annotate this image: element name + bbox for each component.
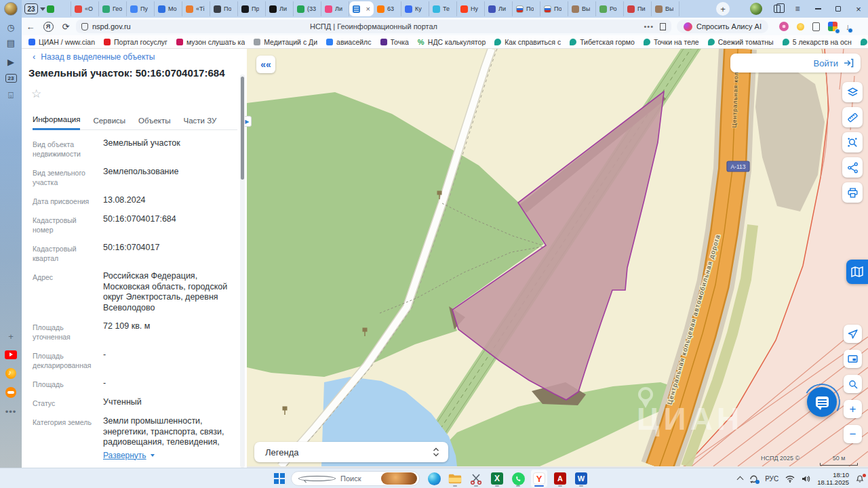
volume-icon[interactable] bbox=[802, 475, 810, 483]
notification-icon[interactable] bbox=[856, 474, 864, 483]
back-button[interactable]: ← bbox=[22, 22, 39, 32]
browser-tab[interactable]: По bbox=[540, 1, 568, 16]
minimize-button[interactable] bbox=[808, 0, 827, 18]
bookmark-item[interactable]: 5 лекарств на осн bbox=[783, 38, 852, 46]
bookmark-item[interactable]: Точечный bbox=[861, 38, 868, 46]
panel-scrollbar[interactable] bbox=[240, 75, 245, 468]
start-button[interactable] bbox=[274, 473, 285, 484]
browser-tab-active[interactable]: × bbox=[349, 1, 374, 16]
acrobat-taskbar-icon[interactable]: A bbox=[552, 470, 568, 487]
panel-tab-Части ЗУ[interactable]: Части ЗУ bbox=[184, 117, 217, 129]
bookmark-item[interactable]: %НДС калькулятор bbox=[418, 38, 486, 46]
map-assistant-button[interactable] bbox=[846, 260, 868, 284]
chat-assistant-fab[interactable] bbox=[807, 387, 837, 417]
browser-tab[interactable]: Мо bbox=[155, 1, 182, 16]
browser-tab[interactable]: Вы bbox=[652, 1, 679, 16]
tab-close-icon[interactable]: × bbox=[366, 5, 370, 13]
print-button[interactable] bbox=[842, 182, 863, 203]
browser-tab[interactable]: По bbox=[210, 1, 238, 16]
wifi-icon[interactable] bbox=[785, 475, 795, 483]
browser-tab[interactable]: Вы bbox=[568, 1, 596, 16]
bookmark-item[interactable]: Портал госуслуг bbox=[104, 38, 167, 46]
copy-tabs-icon[interactable] bbox=[768, 0, 787, 18]
browser-tab[interactable]: Ли bbox=[321, 1, 349, 16]
excel-taskbar-icon[interactable]: X bbox=[489, 470, 505, 487]
browser-tab[interactable]: Ку bbox=[401, 1, 429, 16]
back-to-selected-link[interactable]: ‹ Назад в выделенные объекты bbox=[33, 52, 155, 62]
panel-collapse-button[interactable]: «« bbox=[256, 56, 275, 73]
tray-overflow-icon[interactable] bbox=[737, 476, 744, 483]
map-canvas[interactable]: Центральная кольцевая автомобильная доро… bbox=[247, 49, 868, 468]
ask-alice-button[interactable]: Спросить Алису AI bbox=[677, 20, 768, 33]
close-button[interactable]: × bbox=[849, 0, 868, 18]
edge-taskbar-icon[interactable] bbox=[426, 470, 442, 487]
share-button[interactable] bbox=[842, 157, 863, 178]
bookmark-item[interactable]: Свежий томатны bbox=[708, 38, 774, 46]
bookmark-item[interactable]: Медитаций с Ди bbox=[254, 38, 317, 46]
scrollbar-thumb[interactable] bbox=[241, 77, 244, 180]
browser-tab[interactable]: По bbox=[513, 1, 540, 16]
bookmark-item[interactable]: ЦИАН / www.cian bbox=[28, 38, 95, 46]
menu-icon[interactable]: ≡ bbox=[788, 0, 807, 18]
bookmark-item[interactable]: Точки на теле bbox=[644, 38, 699, 46]
expand-link[interactable]: Развернуть bbox=[103, 451, 155, 462]
browser-tab[interactable]: «Ті bbox=[182, 1, 210, 16]
extension-clipboard-icon[interactable] bbox=[812, 22, 820, 31]
restore-button[interactable] bbox=[829, 0, 848, 18]
zoom-search-button[interactable] bbox=[844, 375, 862, 393]
bookmark-item[interactable]: Точка bbox=[380, 38, 409, 46]
yandex-taskbar-icon[interactable]: Y bbox=[531, 470, 547, 487]
extension-sun-icon[interactable] bbox=[797, 23, 804, 30]
more-icon[interactable]: ••• bbox=[644, 22, 654, 30]
layers-button[interactable] bbox=[842, 82, 863, 102]
extension-grid-icon[interactable] bbox=[828, 22, 837, 31]
clock[interactable]: 18:1018.11.2025 bbox=[817, 471, 849, 486]
legend-dropdown[interactable]: Легенда bbox=[254, 442, 448, 462]
area-search-button[interactable] bbox=[842, 132, 863, 152]
language-indicator[interactable]: РУС bbox=[765, 475, 778, 483]
bookmark-item[interactable]: Как справиться с bbox=[494, 38, 561, 46]
downloads-icon[interactable]: ↓ bbox=[846, 22, 850, 32]
browser-tab[interactable]: Гео bbox=[99, 1, 127, 16]
browser-tab[interactable]: «О bbox=[71, 1, 99, 16]
snip-taskbar-icon[interactable] bbox=[468, 470, 484, 487]
profile-avatar[interactable] bbox=[750, 3, 762, 15]
sidebar-panels-icon[interactable]: ▤ bbox=[0, 35, 22, 50]
panel-tab-Информация[interactable]: Информация bbox=[33, 115, 80, 130]
extension-flower-icon[interactable] bbox=[779, 22, 789, 31]
play-circle-icon[interactable]: ▶ bbox=[0, 54, 22, 69]
new-tab-button[interactable]: + bbox=[716, 2, 730, 16]
browser-tab[interactable]: Пи bbox=[624, 1, 652, 16]
rail-add-icon[interactable]: + bbox=[0, 329, 22, 344]
youtube-icon[interactable] bbox=[0, 347, 22, 362]
browser-tab[interactable]: Ну bbox=[457, 1, 485, 16]
browser-tab[interactable]: Пу bbox=[127, 1, 155, 16]
yandex-food-icon[interactable] bbox=[0, 385, 22, 400]
reload-button[interactable]: ⟳ bbox=[57, 22, 75, 32]
panel-tab-Сервисы[interactable]: Сервисы bbox=[93, 117, 125, 129]
site-security-icon[interactable] bbox=[81, 23, 88, 30]
yandex-search-icon[interactable]: Я bbox=[39, 22, 57, 32]
address-bar[interactable]: nspd.gov.ru НСПД | Геоинформационный пор… bbox=[76, 20, 671, 33]
browser-tab[interactable]: Ро bbox=[596, 1, 624, 16]
word-taskbar-icon[interactable]: W bbox=[573, 470, 589, 487]
tab-counter[interactable]: 23 bbox=[24, 2, 45, 16]
sync-icon[interactable] bbox=[749, 474, 758, 483]
explorer-taskbar-icon[interactable] bbox=[447, 470, 463, 487]
yandex-music-icon[interactable] bbox=[0, 366, 22, 381]
bookmark-item[interactable]: авиасейлс bbox=[326, 38, 371, 46]
browser-tab[interactable] bbox=[43, 1, 71, 16]
bookmark-item[interactable]: музон слушать ка bbox=[176, 38, 245, 46]
rail-tab-counter[interactable]: 23 bbox=[0, 70, 22, 85]
history-icon[interactable]: ◷ bbox=[0, 20, 22, 35]
whatsapp-taskbar-icon[interactable] bbox=[510, 470, 526, 487]
screenshot-camera-icon[interactable]: ⌻ bbox=[0, 88, 22, 103]
panel-tab-Объекты[interactable]: Объекты bbox=[138, 117, 170, 129]
zoom-in-button[interactable]: + bbox=[844, 400, 862, 418]
zoom-out-button[interactable]: − bbox=[844, 425, 862, 443]
ruler-button[interactable] bbox=[842, 107, 863, 127]
bookmark-item[interactable]: Тибетская гормо bbox=[570, 38, 635, 46]
browser-tab[interactable]: 63 bbox=[374, 1, 401, 16]
browser-tab[interactable]: Ли bbox=[485, 1, 513, 16]
rail-more-icon[interactable]: ••• bbox=[0, 404, 22, 419]
